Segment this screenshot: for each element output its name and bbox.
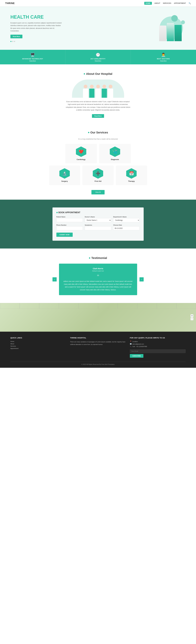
view-all-button[interactable]: View All xyxy=(92,190,105,194)
hero-doctors xyxy=(159,23,182,41)
hero-title: HEALTH CARE xyxy=(10,14,62,20)
hero-dots xyxy=(10,41,62,42)
search-icon[interactable]: 🔍 xyxy=(188,2,191,4)
feature-best-doctors: 👨‍⚕️ BEST DOCTORS Read More xyxy=(131,50,196,64)
contact-email: ✉️ demo@gmail.com xyxy=(130,343,186,345)
footer-copyright: © 2022 All Rights Reserved By Free Html … xyxy=(10,362,186,365)
feature-advanced-tech: 🖥️ ADVANCED TECHNOLOGY Read More xyxy=(0,50,66,64)
testimonial-dot xyxy=(89,257,90,259)
about-dot xyxy=(84,73,85,74)
hero-text: HEALTH CARE Excepturi quam cum ex, exped… xyxy=(10,14,62,42)
footer-contact: FOR ANY QUERY, PLEASE WRITE TO US 📍 Loca… xyxy=(130,337,186,358)
service-diagnosis[interactable]: 🩺 Diagnosis xyxy=(99,144,130,163)
map-zoom-in-button[interactable]: + xyxy=(190,314,194,317)
hero-section: HEALTH CARE Excepturi quam cum ex, exped… xyxy=(0,6,196,50)
footer-link-home[interactable]: Home xyxy=(10,341,66,342)
hero-illustration xyxy=(146,15,186,41)
availability-icon: 🕐 xyxy=(96,53,100,57)
hospital-title: THRINE HOSPITAL xyxy=(70,337,126,339)
date-input[interactable] xyxy=(113,226,140,230)
patient-name-label: Patient Name xyxy=(56,216,83,218)
service-surgery[interactable]: 🔬 Surgery xyxy=(49,166,80,185)
footer-grid: QUICK LINKS Home About Services Appointm… xyxy=(10,337,186,358)
department-select[interactable]: Cardiology Surgery Therapy Diagnosis xyxy=(113,218,140,222)
map-zoom-out-button[interactable]: − xyxy=(190,318,194,320)
team-member-1 xyxy=(83,85,88,98)
symptoms-group: Symptoms xyxy=(85,224,111,230)
date-group: Choose Date xyxy=(113,224,140,230)
services-subtitle: It is a long established fact that a rea… xyxy=(10,138,186,140)
nav-services[interactable]: SERVICES xyxy=(163,2,171,4)
hospital-description: There are many variations of passages of… xyxy=(70,341,126,346)
patient-name-group: Patient Name xyxy=(56,216,83,222)
hero-dot-2[interactable] xyxy=(12,41,13,42)
contact-location: 📍 Location xyxy=(130,341,186,342)
therapy-icon: 📅 xyxy=(129,171,134,176)
quote-icon: ❝ xyxy=(63,274,133,279)
hero-dot-1[interactable] xyxy=(10,41,12,42)
map-placeholder xyxy=(0,303,196,332)
feature-advanced-tech-title: ADVANCED TECHNOLOGY xyxy=(22,58,43,60)
phone-group: Phone Number xyxy=(56,224,83,230)
cardiology-icon: ❤️ xyxy=(79,149,84,154)
footer: QUICK LINKS Home About Services Appointm… xyxy=(0,332,196,368)
patient-name-input[interactable] xyxy=(56,218,83,222)
services-section: Our Services It is a long established fa… xyxy=(0,126,196,200)
nav-about[interactable]: ABOUT xyxy=(154,2,160,4)
feature-availability-link[interactable]: Read More xyxy=(95,60,101,62)
email-icon: ✉️ xyxy=(130,343,132,345)
testimonial-prev-button[interactable]: ‹ xyxy=(52,277,57,282)
footer-link-about[interactable]: About xyxy=(10,343,66,344)
appointment-title: BOOK APPOINTMENT xyxy=(56,211,140,214)
phone-icon: 📞 xyxy=(130,346,132,347)
team-member-3 xyxy=(96,85,101,98)
doctor-name-group: Doctor's Name Doctor Name 1 Doctor Name … xyxy=(85,216,111,222)
map-grid xyxy=(0,303,196,332)
feature-availability-title: 24/7 AVAILABITITY xyxy=(90,58,106,60)
footer-link-services[interactable]: Services xyxy=(10,345,66,347)
location-icon: 📍 xyxy=(130,341,132,342)
testimonial-name: Clark Norris xyxy=(63,268,133,270)
department-label: Department's Name xyxy=(113,216,140,218)
department-group: Department's Name Cardiology Surgery The… xyxy=(113,216,140,222)
services-row-1: ❤️ Cardiology 🩺 Diagnosis xyxy=(66,144,130,163)
team-member-4 xyxy=(102,85,107,98)
submit-button[interactable]: SUBMIT NOW xyxy=(56,232,73,237)
diagnosis-name: Diagnosis xyxy=(101,158,129,160)
subscribe-email-input[interactable] xyxy=(130,349,186,353)
about-read-more-button[interactable]: Read More xyxy=(92,114,104,118)
footer-hospital: THRINE HOSPITAL There are many variation… xyxy=(70,337,126,358)
hero-dot-3[interactable] xyxy=(14,41,15,42)
advanced-tech-icon: 🖥️ xyxy=(30,53,35,57)
subscribe-button[interactable]: SUBSCRIBE xyxy=(130,354,144,358)
service-first-aid[interactable]: ➕ First Aid xyxy=(82,166,114,185)
hero-bubble-2 xyxy=(171,15,178,22)
doctor-fig-1 xyxy=(159,26,166,41)
nav-home[interactable]: HOME xyxy=(144,2,152,5)
phone-label: Phone Number xyxy=(56,224,83,226)
service-therapy[interactable]: 📅 Therapy xyxy=(116,166,147,185)
about-title: About Our Hospital xyxy=(10,72,186,76)
surgery-name: Surgery xyxy=(51,180,78,182)
footer-link-appointment[interactable]: Appointment xyxy=(10,348,66,349)
form-row-2: Phone Number Symptoms Choose Date xyxy=(56,224,140,230)
appointment-section: BOOK APPOINTMENT Patient Name Doctor's N… xyxy=(0,200,196,248)
surgery-icon: 🔬 xyxy=(62,171,67,176)
nav-appointment[interactable]: APPOINTMENT xyxy=(174,2,186,4)
testimonial-card: Clark Norris Default model test ❝ editor… xyxy=(59,264,137,295)
service-cardiology[interactable]: ❤️ Cardiology xyxy=(66,144,97,163)
hero-cta-button[interactable]: Read More xyxy=(10,35,22,38)
first-aid-name: First Aid xyxy=(84,180,112,182)
feature-advanced-tech-link[interactable]: Read More xyxy=(30,60,36,62)
feature-best-doctors-link[interactable]: Read More xyxy=(160,60,166,62)
testimonial-text: editors now use Lorem Ipsum as their def… xyxy=(63,280,133,291)
doctor-name-select[interactable]: Doctor Name 1 Doctor Name 2 Doctor Name … xyxy=(85,218,111,222)
phone-input[interactable] xyxy=(56,226,83,230)
symptoms-input[interactable] xyxy=(85,226,111,230)
doctor-fig-2 xyxy=(167,23,174,41)
nav-logo: THRINE xyxy=(5,2,15,5)
team-member-2 xyxy=(89,85,94,98)
cardiology-name: Cardiology xyxy=(68,158,95,160)
testimonial-next-button[interactable]: › xyxy=(140,277,144,282)
feature-availability: 🕐 24/7 AVAILABITITY Read More xyxy=(66,50,131,64)
